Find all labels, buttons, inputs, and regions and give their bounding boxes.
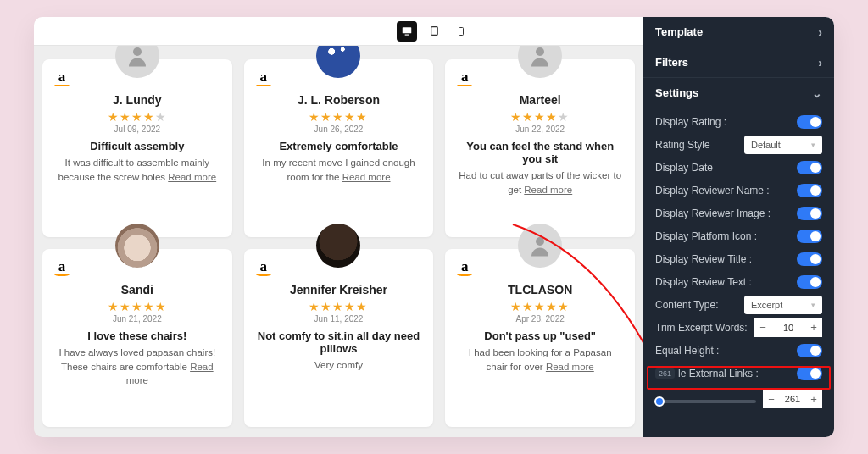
svg-rect-3	[459, 27, 464, 35]
stepper-increment[interactable]: +	[805, 390, 822, 408]
review-title: Don't pass up "used"	[457, 329, 623, 342]
reviewer-name: Jennifer Kreisher	[256, 283, 422, 296]
settings-panel: Display Rating : Rating Style Default▾ D…	[643, 108, 834, 420]
device-desktop-button[interactable]	[397, 21, 417, 42]
review-card: aSandi★★★★★Jun 21, 2022I love these chai…	[42, 249, 232, 427]
device-mobile-button[interactable]	[451, 21, 471, 42]
review-date: Jul 09, 2022	[54, 125, 220, 134]
section-settings[interactable]: Settings ⌄	[643, 78, 834, 108]
review-body: I have always loved papasan chairs! Thes…	[54, 346, 220, 388]
avatar	[518, 224, 562, 268]
device-tablet-button[interactable]	[424, 21, 444, 42]
review-body: Had to cut away parts of the wicker to g…	[457, 169, 623, 197]
platform-icon-amazon: a	[455, 69, 474, 88]
svg-point-5	[536, 47, 544, 56]
chevron-down-icon: ⌄	[812, 86, 822, 100]
setting-display-review-text: Display Review Text :	[643, 270, 834, 293]
review-card: aMarteel★★★★★Jun 22, 2022You can feel th…	[445, 59, 635, 237]
read-more-link[interactable]: Read more	[126, 362, 214, 386]
svg-point-6	[536, 237, 544, 246]
setting-display-rating: Display Rating :	[643, 110, 834, 133]
read-more-link[interactable]: Read more	[342, 172, 391, 182]
toggle-display-date[interactable]	[797, 161, 822, 174]
review-body: Very comfy	[256, 358, 422, 373]
toggle-external-links[interactable]	[797, 367, 822, 380]
select-rating-style[interactable]: Default▾	[744, 136, 822, 154]
setting-display-date: Display Date	[643, 156, 834, 179]
setting-display-review-title: Display Review Title :	[643, 247, 834, 270]
setting-trim-excerpt: Trim Excerpt Words: − 10 +	[643, 316, 834, 339]
review-date: Jun 26, 2022	[256, 125, 422, 134]
chevron-down-icon: ▾	[811, 301, 815, 309]
avatar	[115, 46, 159, 78]
avatar	[316, 46, 360, 78]
width-slider[interactable]	[655, 400, 756, 403]
review-title: Not comfy to sit.in all day need pillows	[256, 329, 422, 355]
review-card: aJ. L. Roberson★★★★★Jun 26, 2022Extremel…	[244, 59, 434, 237]
reviewer-name: TLCLASON	[457, 283, 623, 296]
review-date: Jun 11, 2022	[256, 314, 422, 324]
review-date: Jun 21, 2022	[54, 314, 220, 324]
setting-display-reviewer-name: Display Reviewer Name :	[643, 179, 834, 202]
platform-icon-amazon: a	[53, 69, 71, 88]
read-more-link[interactable]: Read more	[168, 172, 216, 182]
svg-point-4	[133, 47, 142, 56]
review-card: aJ. Lundy★★★★★Jul 09, 2022Difficult asse…	[42, 59, 232, 237]
reviewer-name: J. L. Roberson	[256, 93, 422, 107]
rating-stars: ★★★★★	[457, 110, 623, 124]
stepper-trim-excerpt[interactable]: − 10 +	[754, 318, 822, 337]
app-stage: aJ. Lundy★★★★★Jul 09, 2022Difficult asse…	[34, 17, 834, 437]
preview-area: aJ. Lundy★★★★★Jul 09, 2022Difficult asse…	[34, 46, 643, 437]
setting-content-type: Content Type: Excerpt▾	[643, 293, 834, 316]
review-card: aJennifer Kreisher★★★★★Jun 11, 2022Not c…	[244, 249, 434, 427]
section-template[interactable]: Template ›	[643, 17, 834, 47]
review-date: Apr 28, 2022	[457, 314, 623, 324]
select-content-type[interactable]: Excerpt▾	[744, 296, 822, 314]
toggle-display-reviewer-name[interactable]	[797, 184, 822, 197]
review-title: You can feel the stand when you sit	[457, 140, 623, 165]
review-body: I had been looking for a Papasan chair f…	[457, 346, 623, 374]
review-title: I love these chairs!	[54, 329, 220, 342]
reviewer-name: J. Lundy	[54, 93, 220, 107]
review-title: Extremely comfortable	[256, 140, 422, 152]
chevron-right-icon: ›	[818, 25, 822, 39]
stepper-decrement[interactable]: −	[754, 318, 771, 337]
read-more-link[interactable]: Read more	[546, 362, 594, 372]
svg-rect-0	[403, 27, 412, 33]
rating-stars: ★★★★★	[457, 300, 623, 313]
review-title: Difficult assembly	[54, 140, 220, 152]
toggle-display-platform-icon[interactable]	[797, 230, 822, 243]
toggle-display-review-text[interactable]	[797, 275, 822, 289]
section-template-label: Template	[655, 25, 703, 38]
setting-display-platform-icon: Display Platform Icon :	[643, 224, 834, 247]
chevron-right-icon: ›	[818, 56, 822, 69]
section-settings-label: Settings	[655, 86, 698, 99]
toggle-equal-height[interactable]	[797, 344, 822, 357]
review-date: Jun 22, 2022	[457, 125, 623, 134]
reviewer-name: Sandi	[54, 283, 220, 296]
toggle-display-rating[interactable]	[797, 115, 822, 129]
toggle-display-review-title[interactable]	[797, 252, 822, 266]
section-filters-label: Filters	[655, 56, 688, 69]
rating-stars: ★★★★★	[256, 110, 422, 124]
setting-slider: − 261 +	[643, 385, 834, 413]
platform-icon-amazon: a	[254, 259, 273, 278]
platform-icon-amazon: a	[53, 259, 71, 278]
avatar	[518, 46, 562, 78]
stepper-decrement[interactable]: −	[763, 390, 780, 408]
chevron-down-icon: ▾	[811, 141, 815, 149]
svg-rect-1	[405, 34, 409, 35]
stepper-increment[interactable]: +	[805, 318, 822, 337]
read-more-link[interactable]: Read more	[524, 185, 572, 195]
rating-stars: ★★★★★	[54, 110, 220, 124]
reviewer-name: Marteel	[457, 93, 623, 107]
toggle-display-reviewer-image[interactable]	[797, 207, 822, 220]
review-grid: aJ. Lundy★★★★★Jul 09, 2022Difficult asse…	[42, 59, 635, 427]
avatar	[115, 224, 159, 268]
stepper-slider-value[interactable]: − 261 +	[763, 390, 822, 408]
platform-icon-amazon: a	[455, 259, 474, 278]
platform-icon-amazon: a	[254, 69, 273, 88]
section-filters[interactable]: Filters ›	[643, 47, 834, 78]
rating-stars: ★★★★★	[54, 300, 220, 313]
review-card: aTLCLASON★★★★★Apr 28, 2022Don't pass up …	[445, 249, 635, 427]
